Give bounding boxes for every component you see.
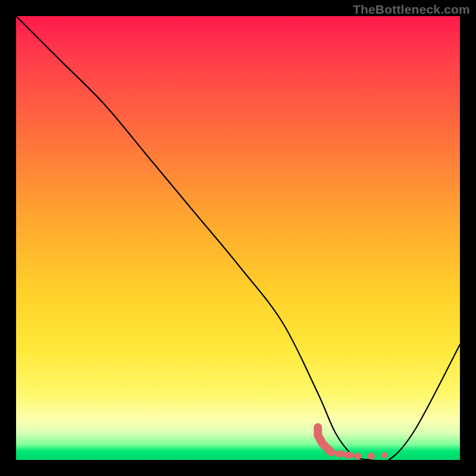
- chart-frame: TheBottleneck.com: [0, 0, 476, 476]
- watermark-label: TheBottleneck.com: [353, 2, 470, 17]
- plot-area: [16, 16, 460, 460]
